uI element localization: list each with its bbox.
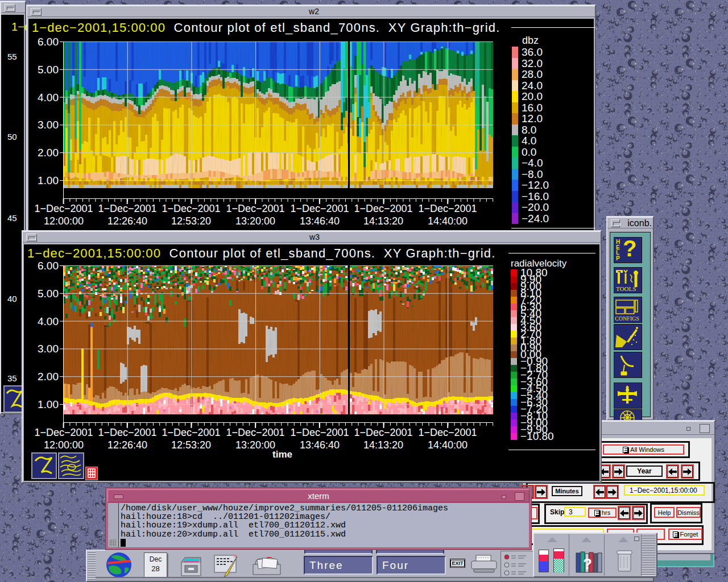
svg-text:TOOLS: TOOLS — [616, 285, 636, 292]
svg-text:CONFIGS: CONFIGS — [615, 315, 639, 322]
svg-text:?: ? — [583, 555, 592, 572]
